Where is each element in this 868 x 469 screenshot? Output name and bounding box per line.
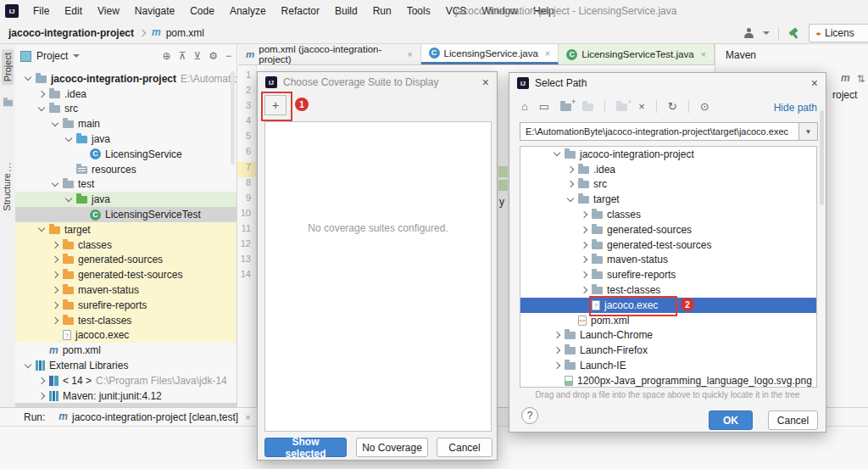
tree-row-main[interactable]: main [15, 116, 237, 131]
tool-stripe-structure[interactable]: Structure [2, 173, 12, 211]
tree-row-maven-status[interactable]: maven-status [15, 282, 237, 298]
maven-goal-icon[interactable]: m [841, 73, 850, 85]
show-selected-button[interactable]: Show selected [264, 438, 347, 457]
chevron-open-icon[interactable] [51, 180, 58, 187]
chevron-closed-icon[interactable] [37, 90, 44, 97]
chevron-closed-icon[interactable] [580, 287, 587, 293]
tree-row-idea[interactable]: .idea [15, 87, 237, 102]
tree-row-pom-xml[interactable]: mpom.xml [15, 343, 237, 358]
user-icon[interactable] [743, 28, 754, 38]
breadcrumb-project[interactable]: jacoco-integration-project [8, 27, 134, 39]
close-icon[interactable]: × [482, 75, 489, 89]
tree-row-maven-junit-junit-4-12[interactable]: Maven: junit:junit:4.12 [15, 388, 237, 404]
refresh-icon[interactable]: ↻ [668, 100, 677, 113]
chevron-closed-icon[interactable] [580, 241, 587, 248]
chevron-closed-icon[interactable] [553, 362, 559, 369]
chevron-open-icon[interactable] [24, 360, 31, 367]
chevron-down-icon[interactable] [763, 31, 770, 35]
build-hammer-icon[interactable] [787, 27, 800, 40]
show-hidden-icon[interactable]: ⊙ [700, 100, 709, 113]
tree-row-launch-ie[interactable]: Launch-IE [520, 358, 816, 373]
tree-row-java[interactable]: java [15, 192, 237, 207]
project-view-selector[interactable]: Project [36, 50, 68, 62]
no-coverage-button[interactable]: No Coverage [356, 438, 428, 457]
coverage-suite-list[interactable]: No coverage suites configured. [264, 121, 492, 432]
editor-tab-licensingservice-java[interactable]: CLicensingService.java× [421, 44, 559, 64]
editor-tab-pom-xml-jacoco-integration-project[interactable]: mpom.xml (jacoco-integration-project)× [238, 44, 421, 64]
chevron-closed-icon[interactable] [51, 302, 58, 309]
chevron-open-icon[interactable] [37, 104, 44, 111]
dialog-title-bar[interactable]: IJ Select Path × [509, 73, 826, 93]
menu-code[interactable]: Code [182, 1, 222, 22]
tree-row-launch-firefox[interactable]: Launch-Firefox [520, 343, 816, 358]
tree-row-test-classes[interactable]: test-classes [15, 313, 237, 328]
chevron-closed-icon[interactable] [51, 256, 58, 263]
tree-row-resources[interactable]: resources [15, 162, 237, 177]
menu-analyze[interactable]: Analyze [222, 1, 274, 22]
menu-tools[interactable]: Tools [399, 1, 438, 22]
run-configuration-select[interactable]: ◂▸ Licens [809, 24, 868, 42]
tree-row-surefire-reports[interactable]: surefire-reports [520, 267, 816, 282]
tree-scrollbar[interactable] [820, 110, 824, 205]
delete-icon[interactable]: × [638, 100, 645, 113]
menu-edit[interactable]: Edit [57, 1, 90, 22]
menu-run[interactable]: Run [365, 1, 399, 22]
help-button[interactable]: ? [521, 407, 538, 424]
tree-row-surefire-reports[interactable]: surefire-reports [15, 298, 237, 313]
close-icon[interactable]: × [811, 76, 818, 90]
chevron-closed-icon[interactable] [51, 316, 58, 323]
tree-row-licensingservice[interactable]: CLicensingService [15, 147, 237, 162]
tree-row-1200px-java-programming-language-logo-sv[interactable]: 1200px-Java_programming_language_logo.sv… [520, 373, 816, 388]
cancel-button[interactable]: Cancel [437, 438, 492, 457]
locate-icon[interactable]: ⊕ [163, 50, 171, 62]
maven-toggle-icon[interactable]: ⇅ [857, 73, 865, 85]
chevron-open-icon[interactable] [64, 134, 71, 141]
tree-row-jacoco-integration-project[interactable]: jacoco-integration-project [520, 147, 816, 162]
chevron-open-icon[interactable] [51, 120, 58, 126]
chevron-closed-icon[interactable] [580, 256, 587, 263]
tree-row-idea[interactable]: .idea [520, 162, 816, 177]
tree-row-generated-sources[interactable]: generated-sources [15, 253, 237, 268]
ok-button[interactable]: OK [709, 410, 753, 430]
chevron-closed-icon[interactable] [51, 241, 58, 248]
desktop-icon[interactable]: ▭ [539, 100, 549, 113]
tree-row-src[interactable]: src [15, 102, 237, 117]
hide-path-link[interactable]: Hide path [774, 102, 817, 114]
tree-row-external-libraries[interactable]: External Libraries [15, 358, 237, 373]
editor-tab-licensingservicetest-java[interactable]: CLicensingServiceTest.java× [559, 44, 715, 64]
cancel-button[interactable]: Cancel [768, 410, 818, 430]
menu-navigate[interactable]: Navigate [127, 1, 182, 22]
chevron-open-icon[interactable] [553, 149, 559, 156]
hide-panel-icon[interactable]: − [225, 50, 231, 62]
expand-all-icon[interactable]: ⊻ [193, 50, 201, 62]
home-icon[interactable]: ⌂ [521, 100, 528, 113]
path-dropdown-button[interactable]: ▼ [799, 122, 818, 141]
dialog-title-bar[interactable]: IJ Choose Coverage Suite to Display × [258, 72, 497, 92]
close-tab-icon[interactable]: × [545, 48, 550, 59]
tree-row-licensingservicetest[interactable]: CLicensingServiceTest [15, 207, 237, 222]
chevron-closed-icon[interactable] [566, 181, 573, 187]
chevron-closed-icon[interactable] [580, 226, 587, 233]
tree-row-launch-chrome[interactable]: Launch-Chrome [520, 328, 816, 343]
tree-row-classes[interactable]: classes [15, 237, 237, 253]
chevron-closed-icon[interactable] [566, 165, 573, 172]
path-input[interactable]: E:\AutomationByte\jacoco-integration-pro… [520, 122, 799, 141]
chevron-closed-icon[interactable] [553, 347, 559, 354]
tree-row-generated-test-sources[interactable]: generated-test-sources [15, 267, 237, 282]
tree-row-target[interactable]: target [520, 192, 816, 207]
collapse-all-icon[interactable]: ⊼ [179, 50, 186, 62]
tree-row-classes[interactable]: classes [520, 207, 816, 222]
tree-row-generated-test-sources[interactable]: generated-test-sources [520, 237, 816, 253]
tree-row-maven-status[interactable]: maven-status [520, 253, 816, 268]
menu-refactor[interactable]: Refactor [274, 1, 327, 22]
settings-gear-icon[interactable]: ⚙ [209, 50, 218, 62]
run-tab[interactable]: m jacoco-integration-project [clean,test… [58, 411, 250, 423]
chevron-open-icon[interactable] [64, 195, 71, 202]
chevron-closed-icon[interactable] [37, 392, 44, 399]
close-tab-icon[interactable]: × [245, 412, 250, 422]
chevron-closed-icon[interactable] [580, 271, 587, 278]
chevron-closed-icon[interactable] [553, 332, 559, 338]
tree-row-target[interactable]: target [15, 222, 237, 237]
chevron-down-icon[interactable] [73, 54, 80, 58]
tree-row-generated-sources[interactable]: generated-sources [520, 222, 816, 237]
